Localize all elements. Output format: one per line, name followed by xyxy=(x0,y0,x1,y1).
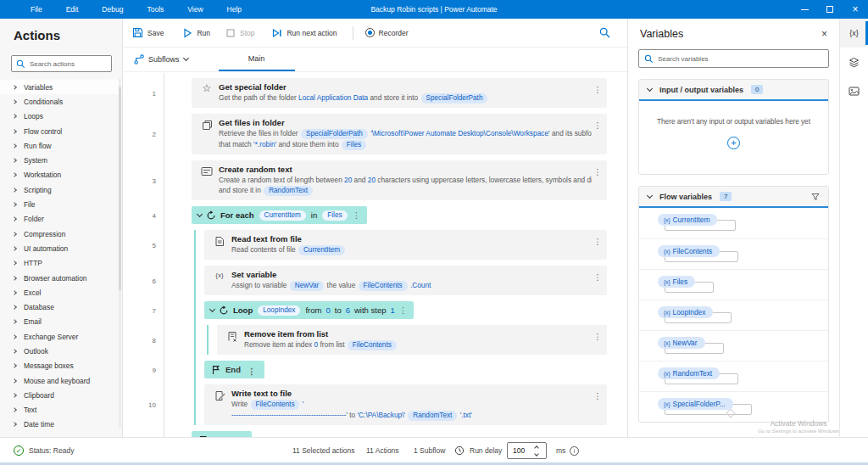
value-text: ' xyxy=(300,400,303,408)
action-row-10[interactable]: Write text to fileWrite FileContents '--… xyxy=(204,384,607,425)
run-next-button[interactable]: Run next action xyxy=(271,28,337,38)
rail-ui-elements-button[interactable] xyxy=(840,48,868,76)
action-row-5[interactable]: Read text from fileRead contents of file… xyxy=(204,230,607,260)
more-options-icon[interactable]: ⋮ xyxy=(246,364,258,376)
info-icon[interactable]: i xyxy=(570,438,579,463)
variable-pill-randomtext[interactable]: {x}RandomText xyxy=(658,367,720,379)
sidebar-item-exchange-server[interactable]: Exchange Server xyxy=(0,329,122,344)
block-header-4[interactable]: For eachCurrentIteminFiles⋮ xyxy=(192,206,367,224)
action-description-line: Assign to variable NewVar the value File… xyxy=(231,280,592,291)
variable-pill-specialfolderp[interactable]: {x}SpecialFolderP... xyxy=(658,398,733,410)
close-button[interactable]: × xyxy=(843,0,868,19)
run-delay-input[interactable] xyxy=(508,446,533,455)
sidebar-item-variables[interactable]: Variables xyxy=(0,80,122,94)
sidebar-item-message-boxes[interactable]: Message boxes xyxy=(0,359,122,373)
sidebar-item-ui-automation[interactable]: UI automation xyxy=(0,241,122,255)
sidebar-item-text[interactable]: Text xyxy=(0,403,122,417)
sidebar-item-run-flow[interactable]: Run flow xyxy=(0,138,122,153)
action-row-1[interactable]: ☆Get special folderGet the path of the f… xyxy=(192,78,607,108)
run-delay-stepper[interactable] xyxy=(507,442,547,459)
more-options-icon[interactable]: ⋮ xyxy=(399,305,408,315)
stepper-up-icon[interactable] xyxy=(534,445,539,451)
sidebar-item-clipboard[interactable]: Clipboard xyxy=(0,388,122,402)
search-actions-input[interactable]: Search actions xyxy=(11,55,112,72)
sidebar-item-date-time[interactable]: Date time xyxy=(0,417,122,432)
sidebar-item-conditionals[interactable]: Conditionals xyxy=(0,94,122,109)
flow-search-button[interactable] xyxy=(599,27,610,38)
more-options-icon[interactable]: ⋮ xyxy=(353,210,361,220)
search-variables-input[interactable]: Search variables xyxy=(638,49,829,68)
sidebar-item-email[interactable]: Email xyxy=(0,315,122,329)
sidebar-item-file[interactable]: File xyxy=(0,197,122,211)
sidebar-item-excel[interactable]: Excel xyxy=(0,285,122,300)
tab-main[interactable]: Main xyxy=(219,48,295,71)
text-segment: Write xyxy=(231,400,250,408)
variable-pill-newvar[interactable]: {x}NewVar xyxy=(658,337,705,349)
sidebar-item-system[interactable]: System xyxy=(0,153,122,167)
sidebar-item-flow-control[interactable]: Flow control xyxy=(0,124,122,138)
add-io-variable-button[interactable]: + xyxy=(727,137,740,149)
sidebar-item-outlook[interactable]: Outlook xyxy=(0,344,122,358)
more-options-icon[interactable]: ⋮ xyxy=(592,270,604,282)
filter-icon[interactable] xyxy=(811,193,820,201)
action-title: Remove item from list xyxy=(244,329,592,339)
sidebar-scrollbar-thumb[interactable] xyxy=(119,87,121,290)
sidebar-item-browser-automation[interactable]: Browser automation xyxy=(0,271,122,285)
row-number: 4 xyxy=(153,211,156,219)
action-row-2[interactable]: Get files in folderRetrieve the files in… xyxy=(192,114,607,154)
sidebar-item-http[interactable]: HTTP xyxy=(0,256,122,271)
recorder-button[interactable]: Recorder xyxy=(365,28,409,37)
end-block-9[interactable]: End⋮ xyxy=(204,361,264,378)
more-options-icon[interactable]: ⋮ xyxy=(592,165,604,176)
variable-pill-files[interactable]: {x}Files xyxy=(658,276,695,288)
menu-tools[interactable]: Tools xyxy=(135,0,175,19)
sidebar-item-folder[interactable]: Folder xyxy=(0,212,122,227)
rail-images-button[interactable] xyxy=(840,76,868,105)
rail-variables-button[interactable]: {x} xyxy=(840,19,868,48)
maximize-button[interactable] xyxy=(817,0,843,19)
menu-view[interactable]: View xyxy=(175,0,214,19)
more-options-icon[interactable]: ⋮ xyxy=(592,82,604,94)
action-row-8[interactable]: Remove item from listRemove item at inde… xyxy=(217,325,607,355)
more-options-icon[interactable]: ⋮ xyxy=(592,389,604,401)
save-button[interactable]: Save xyxy=(132,27,164,38)
variable-row: {x}FileContents xyxy=(639,238,828,269)
menu-help[interactable]: Help xyxy=(215,0,253,19)
sidebar-item-database[interactable]: Database xyxy=(0,300,122,314)
minimize-button[interactable] xyxy=(792,0,817,19)
menu-debug[interactable]: Debug xyxy=(90,0,135,19)
text-segment: with step xyxy=(354,305,387,315)
flow-canvas: 1234567891011 ☆Get special folderGet the… xyxy=(124,73,627,437)
variable-pill-currentitem[interactable]: {x}CurrentItem xyxy=(658,214,717,226)
action-row-6[interactable]: {x}Set variableAssign to variable NewVar… xyxy=(204,266,607,295)
run-button[interactable]: Run xyxy=(182,28,210,38)
sidebar-item-compression[interactable]: Compression xyxy=(0,227,122,241)
run-delay-unit: ms xyxy=(556,438,565,463)
chevron-down-icon[interactable] xyxy=(197,210,203,216)
menu-edit[interactable]: Edit xyxy=(54,0,91,19)
io-variables-header[interactable]: Input / output variables 0 xyxy=(639,80,828,101)
stop-button[interactable]: Stop xyxy=(225,28,255,38)
action-row-3[interactable]: Create random textCreate a random text o… xyxy=(192,160,607,200)
close-variables-button[interactable]: × xyxy=(821,28,827,40)
variable-pill-filecontents[interactable]: {x}FileContents xyxy=(658,245,720,257)
variable-pill-loopindex[interactable]: {x}LoopIndex xyxy=(658,306,713,318)
block-row-7: LoopLoopIndexfrom0to6with step1⋮Remove i… xyxy=(204,301,607,378)
more-options-icon[interactable]: ⋮ xyxy=(592,329,604,341)
chevron-right-icon xyxy=(12,232,17,237)
sidebar-item-mouse-and-keyboard[interactable]: Mouse and keyboard xyxy=(0,373,122,388)
chevron-down-icon[interactable] xyxy=(209,305,215,311)
get-files-icon xyxy=(198,118,215,131)
stepper-down-icon[interactable] xyxy=(534,451,539,457)
block-header-7[interactable]: LoopLoopIndexfrom0to6with step1⋮ xyxy=(204,301,414,319)
set-variable-icon: {x} xyxy=(211,270,228,279)
sidebar-item-scripting[interactable]: Scripting xyxy=(0,182,122,197)
menu-file[interactable]: File xyxy=(19,0,54,19)
sidebar-item-workstation[interactable]: Workstation xyxy=(0,168,122,182)
row-number: 3 xyxy=(153,176,156,184)
subflows-button[interactable]: Subflows xyxy=(124,48,197,71)
sidebar-item-loops[interactable]: Loops xyxy=(0,109,122,124)
more-options-icon[interactable]: ⋮ xyxy=(592,118,604,130)
flow-variables-header[interactable]: Flow variables 7 xyxy=(639,187,828,208)
more-options-icon[interactable]: ⋮ xyxy=(592,234,604,246)
